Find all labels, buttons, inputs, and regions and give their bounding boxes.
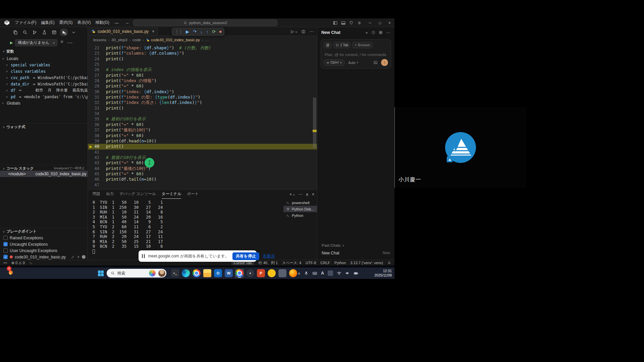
breakpoint-checkbox[interactable] [3, 248, 8, 253]
debug-status-icon[interactable] [29, 261, 33, 265]
taskbar-app-edge[interactable] [181, 268, 191, 278]
editor-tab[interactable]: code30_010_index_basic.py × [88, 27, 158, 36]
split-editor-icon[interactable] [301, 29, 306, 34]
more-actions-icon[interactable]: ⋯ [67, 40, 72, 46]
panel-tab-item[interactable]: 問題 [93, 190, 100, 199]
send-button[interactable]: ↑ [381, 59, 388, 66]
status-item[interactable]: Python [334, 261, 346, 265]
volume-icon[interactable] [345, 271, 350, 276]
scrollbar-thumb[interactable] [313, 98, 316, 148]
shield-icon[interactable] [349, 21, 357, 25]
panel-tab-active[interactable]: ターミナル [162, 190, 181, 199]
table-icon[interactable] [51, 29, 58, 36]
status-item[interactable]: UTF-8 [306, 261, 316, 265]
scope-globals[interactable]: > Globals [0, 100, 88, 106]
model-select[interactable]: Auto ∨ [348, 61, 358, 65]
variables-section-header[interactable]: ∨ 変数 [0, 48, 88, 55]
more-actions-icon[interactable]: ⋯ [386, 30, 390, 35]
tab-context-pill[interactable]: 1 Tab [333, 42, 351, 48]
more-actions-icon[interactable]: ⋯ [298, 192, 302, 197]
chat-input-card[interactable]: @ 1 Tab + Browser Plan, @ for context, /… [321, 39, 391, 69]
variable-row[interactable]: >special variables [0, 62, 88, 68]
breakpoint-checkbox[interactable] [3, 236, 8, 240]
source-control-icon[interactable] [31, 29, 38, 36]
grid-icon[interactable] [379, 31, 383, 35]
tray-overflow-icon[interactable]: ∧ [298, 272, 300, 275]
panel-tab-item[interactable]: デバッグ コンソール [119, 190, 156, 199]
breakpoint-checkbox[interactable]: ✓ [3, 242, 8, 246]
variable-row[interactable]: >class variables [0, 68, 88, 74]
menu-item[interactable]: 移動(G) [93, 19, 111, 26]
remote-indicator[interactable]: >< [3, 261, 7, 264]
taskbar-search[interactable]: 検索 [107, 269, 166, 278]
step-over-icon[interactable]: ↷ [193, 29, 197, 34]
search-icon[interactable] [21, 29, 29, 36]
tray-app-icon[interactable] [328, 270, 333, 276]
step-into-icon[interactable]: ↓ [200, 29, 203, 34]
remove-breakpoint-icon[interactable]: × [77, 255, 79, 259]
watch-section-header[interactable]: ∨ ウォッチ式 [0, 123, 88, 130]
maximize-button[interactable]: □ [375, 18, 385, 27]
chat-history-item[interactable]: New Chat Now [322, 251, 390, 255]
status-item[interactable]: CRLF [320, 261, 330, 265]
code-editor[interactable]: 22print(f"shape: {df.shape}") # (行数, 列数)… [88, 44, 317, 189]
restart-icon[interactable]: ⟳ [212, 29, 216, 34]
breadcrumb-item[interactable]: lessons [93, 38, 106, 42]
taskbar-clock[interactable]: 12:31 2025/11/08 [374, 269, 392, 278]
menu-item[interactable]: 編集(E) [39, 19, 57, 26]
edit-breakpoint-icon[interactable] [71, 255, 75, 259]
taskbar-app-app-dark[interactable]: ● [246, 268, 255, 278]
breadcrumb-item[interactable]: code30_010_index_basic.py [146, 38, 200, 42]
editor-scrollbar[interactable] [312, 44, 317, 189]
corner-notification-icon[interactable]: 4 [6, 268, 15, 277]
problems-status[interactable]: ⊗ 0 ⚠ 0 [11, 261, 25, 265]
breakpoint-row[interactable]: Raised Exceptions [0, 235, 88, 241]
taskbar-app-firefox[interactable] [288, 268, 298, 278]
taskbar-app-chrome[interactable] [192, 268, 201, 278]
taskbar-app-terminal[interactable]: >_ [170, 268, 180, 278]
new-chat-icon[interactable]: + [365, 30, 368, 35]
maximize-panel-icon[interactable]: ∧ [306, 192, 309, 197]
terminal-session-item[interactable]: powershell [283, 199, 317, 206]
taskbar-app-chrome-2[interactable] [235, 268, 244, 278]
breakpoints-section-header[interactable]: ∨ ブレークポイント [0, 228, 88, 235]
debug-gear-icon[interactable] [60, 40, 64, 46]
touch-keyboard-icon[interactable] [312, 271, 317, 276]
more-actions-icon[interactable]: ⋯ [310, 29, 314, 34]
hide-button[interactable]: 非表示 [263, 253, 275, 259]
variable-row[interactable]: >data_dir = WindowsPath('C:/pc5bai/2… [0, 81, 88, 87]
new-terminal-icon[interactable]: + ∨ [289, 192, 295, 197]
menu-item[interactable]: ファイル(F) [12, 19, 39, 26]
stop-sharing-button[interactable]: 共有を停止 [232, 252, 259, 260]
scope-locals[interactable]: ∨ Locals [0, 55, 88, 62]
breadcrumb-item[interactable]: … [205, 38, 209, 42]
avatar[interactable] [158, 270, 165, 277]
variable-row[interactable]: >pd = <module 'pandas' from 'c:\\pc5… [0, 94, 88, 100]
taskbar-app-powerpoint[interactable]: P [256, 268, 266, 278]
battery-icon[interactable] [354, 271, 359, 276]
menu-item[interactable]: 選択(S) [57, 19, 75, 26]
step-out-icon[interactable]: ↑ [206, 29, 208, 34]
taskbar-app-app-gray[interactable] [278, 268, 287, 278]
breakpoint-row[interactable]: ✓Uncaught Exceptions [0, 241, 88, 247]
terminal-session-item[interactable]: Python [283, 212, 317, 219]
extensions-icon[interactable] [41, 29, 48, 36]
taskbar-app-app-yellow[interactable] [267, 268, 276, 278]
breakpoint-row[interactable]: ✓code30_010_index_basic.py× [0, 254, 88, 260]
stop-icon[interactable]: ■ [219, 30, 222, 34]
taskbar-app-outlook[interactable]: O [213, 268, 223, 278]
stack-frame-row[interactable]: <module> code30_010_index_basic.py [0, 171, 88, 177]
copy-icon[interactable] [12, 29, 19, 36]
taskbar-app-explorer[interactable] [203, 268, 212, 278]
close-tab-icon[interactable]: × [152, 29, 154, 34]
history-icon[interactable] [371, 31, 375, 35]
status-item[interactable]: 3.13.7 ('venv': venv) [350, 261, 383, 265]
taskbar-app-word[interactable]: W [224, 268, 233, 278]
back-icon[interactable]: ← [115, 20, 120, 25]
browser-context-pill[interactable]: + Browser [352, 42, 373, 48]
breadcrumb-item[interactable]: 30_step3 [111, 38, 127, 42]
layout-sidebar-icon[interactable] [333, 21, 341, 25]
breadcrumb-item[interactable]: code [132, 38, 141, 42]
variable-row[interactable]: >df = 都市 月 降水量 最高気温… [0, 87, 88, 94]
terminal-output[interactable]: 0 TYO 1 50 10 5 11 SIN 1 250 30 27 242 R… [93, 200, 163, 255]
